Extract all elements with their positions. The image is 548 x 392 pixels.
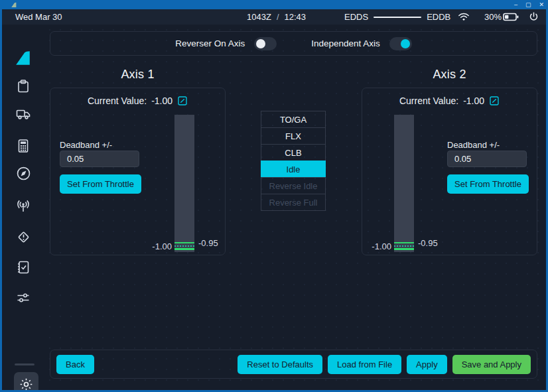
sidebar-item-settings[interactable] xyxy=(14,372,38,390)
axis1-panel: Current Value: -1.00 -1.00 -0.95 Deadban… xyxy=(50,88,226,255)
axis1-set-from-throttle-button[interactable]: Set From Throttle xyxy=(60,174,141,194)
calculator-icon xyxy=(15,138,31,154)
axis2-range-low: -1.00 xyxy=(365,241,391,251)
independent-axis-label: Independent Axis xyxy=(311,38,380,48)
sidebar-item-presets[interactable] xyxy=(2,287,44,310)
detent-flx[interactable]: FLX xyxy=(261,127,326,145)
detent-selector: TO/GA FLX CLB Idle Reverse Idle Reverse … xyxy=(261,111,326,211)
compass-icon xyxy=(15,165,32,182)
detent-idle[interactable]: Idle xyxy=(261,161,326,178)
axis1-range-high: -0.95 xyxy=(198,238,225,248)
clipboard-icon xyxy=(15,78,31,94)
sidebar-item-checklists[interactable] xyxy=(2,256,44,279)
axis2-panel: Current Value: -1.00 -1.00 -0.95 Deadban… xyxy=(362,88,537,255)
throttle-config-page: Reverser On Axis Independent Axis Axis 1… xyxy=(44,25,546,390)
truck-icon xyxy=(15,105,32,121)
sidebar-divider xyxy=(15,363,34,365)
close-button[interactable]: ✕ xyxy=(539,0,544,9)
detent-reverse-idle: Reverse Idle xyxy=(261,177,326,194)
checklist-notebook-icon xyxy=(15,259,31,275)
axis1-position-bar xyxy=(174,115,194,252)
toggle-knob xyxy=(256,39,265,48)
sidebar-item-atc[interactable] xyxy=(2,195,44,218)
axis-options-bar: Reverser On Axis Independent Axis xyxy=(50,31,537,56)
axis1-title: Axis 1 xyxy=(50,68,226,82)
axis2-current-value: Current Value: -1.00 xyxy=(362,96,537,106)
wifi-icon xyxy=(457,11,470,22)
failure-warning-icon xyxy=(15,229,32,245)
status-bar: Wed Mar 30 1043Z / 12:43 EDDS EDDB 30% xyxy=(2,9,546,25)
axis2-range-high: -0.95 xyxy=(418,238,445,248)
axis1-deadband-input[interactable] xyxy=(60,151,139,167)
battery-icon xyxy=(503,13,519,21)
gear-icon xyxy=(19,377,34,391)
sidebar-item-ground[interactable] xyxy=(2,102,44,125)
power-button-icon[interactable] xyxy=(528,11,539,23)
reverser-on-axis-toggle[interactable] xyxy=(254,37,277,50)
sidebar-item-navigation[interactable] xyxy=(2,162,44,184)
sidebar-nav xyxy=(2,25,44,390)
reverser-on-axis-label: Reverser On Axis xyxy=(175,38,245,48)
axis2-deadband-label: Deadband +/- xyxy=(447,140,500,150)
efb-screen: Wed Mar 30 1043Z / 12:43 EDDS EDDB 30% xyxy=(2,9,546,390)
sliders-icon xyxy=(15,291,32,306)
load-from-file-button[interactable]: Load from File xyxy=(328,355,401,374)
axis1-detent-range xyxy=(174,242,194,250)
sidebar-item-dispatch[interactable] xyxy=(2,75,44,98)
current-value-number: -1.00 xyxy=(151,96,172,106)
axis1-range-low: -1.00 xyxy=(145,241,172,251)
utc-time: 1043Z xyxy=(247,12,271,22)
edit-icon[interactable] xyxy=(177,96,188,106)
detent-reverse-full: Reverse Full xyxy=(261,194,326,211)
axis2-deadband-input[interactable] xyxy=(447,151,527,167)
maximize-button[interactable]: ▢ xyxy=(525,0,531,9)
detent-clb[interactable]: CLB xyxy=(261,144,326,161)
origin-airport: EDDS xyxy=(344,12,368,22)
toggle-knob xyxy=(401,39,410,48)
independent-axis-toggle[interactable] xyxy=(389,37,412,50)
flybywire-logo-icon xyxy=(14,50,33,67)
edit-icon[interactable] xyxy=(489,96,500,106)
current-value-label: Current Value: xyxy=(88,96,147,106)
status-date: Wed Mar 30 xyxy=(15,12,62,22)
current-value-label: Current Value: xyxy=(399,96,458,106)
os-titlebar: – ▢ ✕ xyxy=(0,0,548,9)
time-separator: / xyxy=(277,12,279,22)
apply-button[interactable]: Apply xyxy=(407,355,447,374)
app-icon xyxy=(11,2,17,8)
axis1-deadband-label: Deadband +/- xyxy=(60,140,112,150)
antenna-broadcast-icon xyxy=(15,198,32,214)
save-and-apply-button[interactable]: Save and Apply xyxy=(452,355,531,374)
flight-route: EDDS EDDB xyxy=(344,12,450,22)
destination-airport: EDDB xyxy=(427,12,450,22)
back-button[interactable]: Back xyxy=(56,355,94,374)
axis2-position-bar xyxy=(394,115,414,252)
current-value-number: -1.00 xyxy=(463,96,484,106)
status-clock: 1043Z / 12:43 xyxy=(247,12,306,22)
sidebar-item-dashboard[interactable] xyxy=(2,47,44,70)
flight-progress-line xyxy=(374,17,421,18)
detent-toga[interactable]: TO/GA xyxy=(261,111,326,128)
axis1-current-value: Current Value: -1.00 xyxy=(50,96,225,106)
sidebar-item-performance[interactable] xyxy=(2,135,44,157)
minimize-button[interactable]: – xyxy=(514,0,517,9)
battery-percent: 30% xyxy=(484,12,502,22)
app-window: – ▢ ✕ Wed Mar 30 1043Z / 12:43 EDDS EDDB xyxy=(0,0,548,392)
footer-action-bar: Back Reset to Defaults Load from File Ap… xyxy=(50,350,537,379)
axis2-title: Axis 2 xyxy=(362,68,537,82)
reset-to-defaults-button[interactable]: Reset to Defaults xyxy=(238,355,322,374)
axis2-detent-range xyxy=(394,242,414,250)
sidebar-item-failures[interactable] xyxy=(2,226,44,248)
axis2-set-from-throttle-button[interactable]: Set From Throttle xyxy=(447,174,529,194)
local-time: 12:43 xyxy=(285,12,307,22)
